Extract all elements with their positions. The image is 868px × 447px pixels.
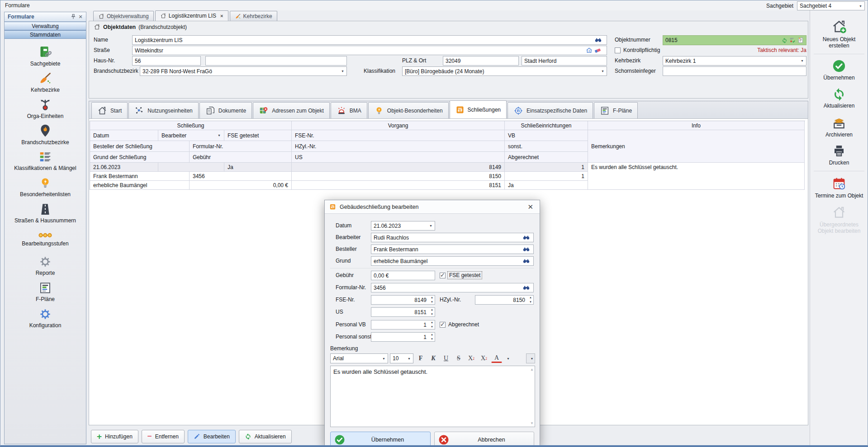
sidebar-item-f-plaene[interactable]: F-Pläne xyxy=(5,278,86,305)
tab-schliessungen[interactable]: Schließungen xyxy=(450,100,507,118)
tab-f-plaene[interactable]: F-Pläne xyxy=(594,102,638,118)
name-search-icon[interactable] xyxy=(595,35,602,45)
refresh-object-button[interactable]: Aktualisieren xyxy=(810,84,868,112)
remove-button[interactable]: −Entfernen xyxy=(142,430,185,443)
sidebar-item-brandschutzbezirke[interactable]: Brandschutzbezirke xyxy=(5,121,86,147)
font-family-select[interactable]: Arial▼ xyxy=(330,353,388,363)
sidebar-item-orga-einheiten[interactable]: Orga-Einheiten xyxy=(5,95,86,121)
tab-bma[interactable]: BMA xyxy=(331,102,367,118)
bemerkung-textarea[interactable]: Es wurden alle Schlüssel getauscht. ▲ ▼ xyxy=(330,366,535,427)
cell-formular-nr[interactable]: 3456 xyxy=(190,172,292,181)
sidebar-item-konfiguration[interactable]: Konfiguration xyxy=(5,305,86,331)
close-icon[interactable]: ✕ xyxy=(77,13,84,20)
cell-fse-getestet[interactable]: Ja xyxy=(224,163,292,172)
us-input[interactable] xyxy=(371,307,435,317)
new-object-button[interactable]: Neues Objekt erstellen xyxy=(810,16,868,52)
datum-select[interactable]: 21.06.2023▼ xyxy=(371,221,435,231)
tab-objekt-besonderheiten[interactable]: Objekt-Besonderheiten xyxy=(368,102,449,118)
cell-us[interactable]: 8151 xyxy=(292,181,505,190)
header-bearbeiter[interactable]: Bearbeiter▼ xyxy=(158,130,224,141)
ort-input[interactable] xyxy=(522,56,607,66)
toolbar-more-button[interactable]: ▼ xyxy=(526,353,535,363)
besteller-search-icon[interactable] xyxy=(523,245,530,254)
font-size-select[interactable]: 10▼ xyxy=(390,353,413,363)
superscript-button[interactable]: X2 xyxy=(466,353,477,363)
italic-button[interactable]: K xyxy=(428,353,439,363)
dialog-ok-button[interactable]: Übernehmen xyxy=(330,432,431,447)
abgerechnet-label[interactable]: Abgerechnet xyxy=(448,321,479,328)
cell-besteller[interactable]: Frank Bestermann xyxy=(90,172,190,181)
chevron-down-icon[interactable]: ▼ xyxy=(507,357,510,360)
sachgebiet-select[interactable]: Sachgebiet 4 ▼ xyxy=(797,1,865,10)
scroll-down-icon[interactable]: ▼ xyxy=(530,421,534,425)
print-button[interactable]: Drucken xyxy=(810,141,868,169)
edit-button[interactable]: Bearbeiten xyxy=(188,430,236,443)
dialog-cancel-button[interactable]: Abbrechen xyxy=(434,432,534,447)
apply-button[interactable]: Übernehmen xyxy=(810,56,868,84)
grund-input[interactable] xyxy=(371,256,534,266)
menu-formulare[interactable]: Formulare xyxy=(0,2,34,9)
sidebar-item-besonderheitenlisten[interactable]: Besonderheitenlisten xyxy=(5,174,86,200)
tab-nutzungseinheiten[interactable]: Nutzungseinheiten xyxy=(128,102,198,118)
table-row[interactable]: 21.06.2023 Ja 8149 1 Frank Bestermann 34… xyxy=(90,163,805,190)
personal-sonst-input[interactable] xyxy=(371,332,435,342)
doc-tab-logistikzentrum[interactable]: Logistikzentrum LIS × xyxy=(155,10,228,21)
refresh-number-icon[interactable] xyxy=(782,38,787,43)
cell-abgerechnet[interactable]: Ja xyxy=(505,181,588,190)
fse-getestet-checkbox[interactable] xyxy=(440,273,446,278)
cell-sonst[interactable]: 1 xyxy=(505,172,588,181)
doc-tab-objektverwaltung[interactable]: Objektverwaltung xyxy=(93,11,154,21)
name-input[interactable] xyxy=(132,35,607,45)
archive-button[interactable]: Archivieren xyxy=(810,112,868,141)
tab-adressen[interactable]: Adressen zum Objekt xyxy=(253,102,330,118)
subscript-button[interactable]: X2 xyxy=(479,353,489,363)
close-tab-icon[interactable]: × xyxy=(220,13,223,19)
bearbeiter-search-icon[interactable] xyxy=(523,233,530,242)
personal-sonst-stepper[interactable]: ▲▼ xyxy=(429,333,435,341)
abgerechnet-checkbox[interactable] xyxy=(440,322,446,328)
kehrbezirk-select[interactable]: Kehrbezirk 1▼ xyxy=(663,56,806,66)
grund-search-icon[interactable] xyxy=(523,256,530,266)
personal-vb-input[interactable] xyxy=(371,320,435,329)
cell-gebuehr[interactable]: 0,00 € xyxy=(190,181,292,190)
tab-dokumente[interactable]: Dokumente xyxy=(199,102,252,118)
underline-button[interactable]: U xyxy=(441,353,451,363)
sidebar-item-reporte[interactable]: Reporte xyxy=(5,252,86,278)
appointments-button[interactable]: Termine zum Objekt xyxy=(810,173,868,202)
number-list-icon[interactable] xyxy=(797,37,804,43)
tab-einsatzspezifische-daten[interactable]: Einsatzspezifische Daten xyxy=(508,102,593,118)
formular-input[interactable] xyxy=(371,283,534,292)
eraser-icon[interactable] xyxy=(594,47,601,54)
scroll-up-icon[interactable]: ▲ xyxy=(530,367,534,372)
us-stepper[interactable]: ▲▼ xyxy=(429,308,435,316)
fse-nr-input[interactable] xyxy=(371,295,435,305)
sidebar-item-strassen[interactable]: Straßen & Hausnummern xyxy=(5,200,86,226)
gebuehr-input[interactable] xyxy=(371,271,435,280)
add-button[interactable]: +Hinzufügen xyxy=(91,430,138,443)
sidebar-item-sachgebiete[interactable]: Sachgebiete xyxy=(5,42,86,69)
cell-fse-nr[interactable]: 8149 xyxy=(292,163,505,172)
font-color-button[interactable]: A xyxy=(491,354,502,363)
tab-start[interactable]: Start xyxy=(91,102,128,118)
sidebar-section-stammdaten[interactable]: Stammdaten xyxy=(5,30,86,39)
besteller-input[interactable] xyxy=(371,245,534,254)
schornsteinfeger-input[interactable] xyxy=(663,66,806,76)
pin-icon[interactable] xyxy=(70,13,77,20)
personal-vb-stepper[interactable]: ▲▼ xyxy=(429,320,435,329)
bold-button[interactable]: F xyxy=(415,353,426,363)
objektnummer-field[interactable]: 0815 xyxy=(663,35,806,45)
hzyl-stepper[interactable]: ▲▼ xyxy=(527,296,534,304)
parent-object-button[interactable]: Übergeordnetes Objekt bearbeiten xyxy=(810,202,868,237)
hausnr2-input[interactable] xyxy=(205,56,347,66)
sidebar-item-kehrbezirke[interactable]: Kehrbezirke xyxy=(5,69,86,95)
sidebar-item-klassifikationen[interactable]: Klassifikationen & Mängel xyxy=(5,147,86,174)
kontrollpflichtig-checkbox[interactable] xyxy=(615,47,621,53)
fse-nr-stepper[interactable]: ▲▼ xyxy=(429,296,435,304)
hzyl-input[interactable] xyxy=(475,295,534,305)
doc-tab-kehrbezirke[interactable]: Kehrbezirke xyxy=(230,11,277,21)
validate-number-icon[interactable] xyxy=(789,37,796,43)
hausnr-input[interactable] xyxy=(132,56,201,66)
refresh-button[interactable]: Aktualisieren xyxy=(239,430,292,443)
klassifikation-select[interactable]: [Büro] Bürogebäude (24 Monate)▼ xyxy=(402,66,607,76)
sidebar-item-bearbeitungsstufen[interactable]: Bearbeitungsstufen xyxy=(5,226,86,252)
